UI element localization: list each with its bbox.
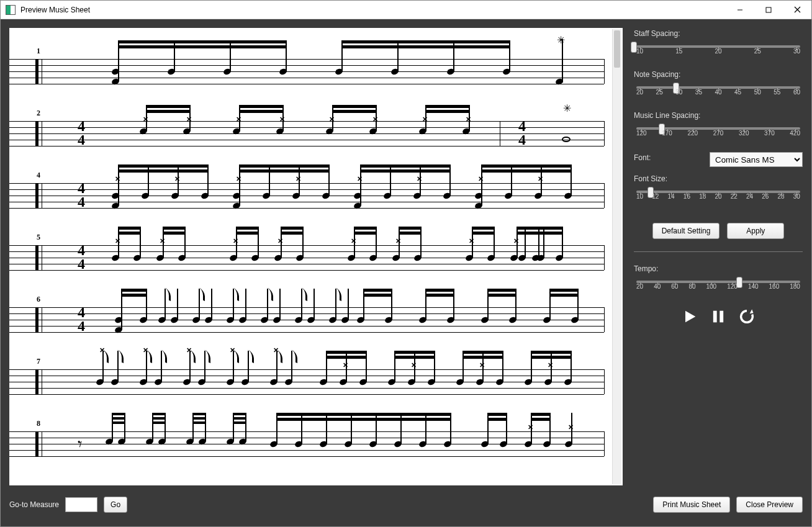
content-area: 1✳24444✳44454464478𝄾 Staff Spacing: 1015…: [1, 19, 811, 526]
line-spacing-slider[interactable]: 120170220270320370420: [634, 124, 803, 145]
note-spacing-slider[interactable]: 202530354045505560: [634, 83, 803, 104]
pause-button[interactable]: [710, 308, 727, 325]
svg-rect-5: [720, 311, 723, 323]
staff-spacing-label: Staff Spacing:: [634, 29, 803, 38]
staff-line: 24444✳: [9, 90, 623, 152]
maximize-button[interactable]: [754, 1, 783, 19]
close-preview-button[interactable]: Close Preview: [736, 497, 803, 513]
sheet-preview: 1✳24444✳44454464478𝄾: [9, 28, 623, 485]
scrollbar[interactable]: [612, 29, 621, 484]
staff-line: 444: [9, 152, 623, 214]
play-button[interactable]: [681, 308, 698, 325]
go-button[interactable]: Go: [104, 497, 127, 513]
default-setting-button[interactable]: Default Setting: [652, 223, 720, 239]
font-control: Font: ArialComic Sans MSTimes New RomanV…: [634, 152, 803, 167]
note-spacing-control: Note Spacing: 202530354045505560: [634, 70, 803, 104]
tempo-label: Tempo:: [634, 264, 803, 273]
staff-line: 8𝄾: [9, 400, 623, 462]
staff-line: 644: [9, 276, 623, 338]
line-spacing-label: Music Line Spacing:: [634, 111, 803, 120]
staff-spacing-control: Staff Spacing: 1015202530: [634, 29, 803, 63]
minimize-button[interactable]: [726, 1, 754, 19]
goto-measure-input[interactable]: [65, 497, 97, 512]
note-spacing-label: Note Spacing:: [634, 70, 803, 79]
font-size-control: Font Size: 1012141618202224262830: [634, 174, 803, 208]
app-icon: [6, 5, 16, 15]
font-size-slider[interactable]: 1012141618202224262830: [634, 187, 803, 208]
svg-rect-1: [766, 7, 771, 12]
font-label: Font:: [634, 153, 651, 162]
staff-spacing-slider[interactable]: 1015202530: [634, 42, 803, 63]
font-select[interactable]: ArialComic Sans MSTimes New RomanVerdana: [710, 152, 803, 167]
line-spacing-control: Music Line Spacing: 12017022027032037042…: [634, 111, 803, 145]
staff-line: 7: [9, 338, 623, 400]
print-button[interactable]: Print Music Sheet: [653, 497, 730, 513]
window-title: Preview Music Sheet: [20, 6, 90, 14]
apply-button[interactable]: Apply: [727, 223, 784, 239]
goto-label: Go-to Measure: [9, 500, 59, 509]
separator: [634, 251, 803, 252]
settings-panel: Staff Spacing: 1015202530 Note Spacing: …: [634, 28, 803, 485]
staff-line: 544: [9, 214, 623, 276]
close-button[interactable]: [783, 1, 811, 19]
tempo-control: Tempo: 20406080100120140160180: [634, 264, 803, 298]
svg-rect-4: [713, 311, 717, 323]
titlebar: Preview Music Sheet: [1, 1, 811, 19]
staff-line: 1✳: [9, 28, 623, 90]
loop-button[interactable]: [738, 308, 756, 325]
app-window: Preview Music Sheet 1✳24444✳44454464478𝄾…: [0, 0, 812, 527]
font-size-label: Font Size:: [634, 174, 803, 183]
tempo-slider[interactable]: 20406080100120140160180: [634, 277, 803, 298]
bottom-bar: Go-to Measure Go Print Music Sheet Close…: [9, 492, 803, 518]
